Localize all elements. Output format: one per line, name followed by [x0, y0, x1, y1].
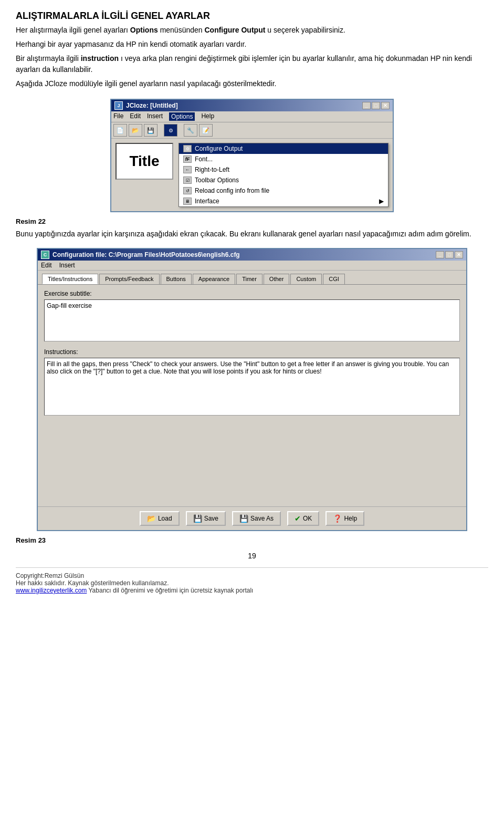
menu-edit[interactable]: Edit: [130, 112, 141, 121]
config-window: C Configuration file: C:\Program Files\H…: [37, 248, 467, 531]
dropdown-font[interactable]: fF Font...: [179, 154, 388, 164]
dropdown-reload-label: Reload config info from file: [195, 187, 269, 194]
intro-text-1b: menüsünden: [158, 26, 205, 34]
config-close-button[interactable]: ✕: [455, 251, 463, 258]
help-label: Help: [344, 515, 357, 522]
dropdown-configure-output[interactable]: ⚙ Configure Output: [179, 143, 388, 154]
config-title: Configuration file: C:\Program Files\Hot…: [52, 251, 240, 258]
tab-other[interactable]: Other: [264, 274, 290, 284]
save-as-label: Save As: [250, 515, 274, 522]
instructions-label: Instructions:: [44, 348, 460, 356]
ok-button[interactable]: ✔ OK: [287, 511, 319, 526]
website-suffix: Yabancı dil öğrenimi ve öğretimi için üc…: [89, 587, 254, 594]
help-icon: ❓: [333, 514, 342, 523]
intro-bold-instruction: instruction: [81, 54, 119, 63]
dropdown-toolbar-options[interactable]: ☑ Toolbar Options: [179, 175, 388, 185]
menu-file[interactable]: File: [113, 112, 123, 121]
exercise-subtitle-label: Exercise subtitle:: [44, 290, 460, 297]
tab-prompts-feedback[interactable]: Prompts/Feedback: [99, 274, 159, 284]
config-titlebar-buttons: _ □ ✕: [436, 251, 463, 258]
ok-label: OK: [303, 515, 312, 522]
menu-help[interactable]: Help: [201, 112, 214, 121]
help-button[interactable]: ❓ Help: [326, 511, 364, 526]
page-main-title: ALIŞTIRMALARLA İLGİLİ GENEL AYARLAR: [16, 11, 488, 22]
tab-custom[interactable]: Custom: [290, 274, 322, 284]
maximize-button[interactable]: □: [372, 102, 380, 109]
load-label: Load: [158, 515, 172, 522]
toolbar-options-icon: ☑: [183, 177, 192, 184]
between-text-2: Bu ekranı kullanarak genel ayarları nası…: [229, 230, 471, 238]
jcloze-title-text: Title: [129, 153, 159, 170]
toolbar-save[interactable]: 💾: [144, 124, 158, 137]
caption-1: Resim 22: [16, 217, 488, 225]
dropdown-rtl-label: Right-to-Left: [195, 166, 229, 173]
instructions-input[interactable]: Fill in all the gaps, then press "Check"…: [44, 358, 460, 416]
tab-cgi[interactable]: CGI: [323, 274, 345, 284]
caption-2: Resim 23: [16, 536, 488, 544]
jcloze-window: J JCloze: [Untitled] _ □ ✕ File Edit Ins…: [110, 99, 394, 212]
dropdown-reload-config[interactable]: ↺ Reload config info from file: [179, 185, 388, 196]
config-menubar: Edit Insert: [38, 261, 466, 271]
font-icon: fF: [183, 155, 192, 163]
website-link[interactable]: www.ingilizceyeterlik.com: [16, 587, 87, 594]
jcloze-app-icon: J: [114, 101, 123, 110]
tab-buttons[interactable]: Buttons: [161, 274, 192, 284]
interface-arrow-icon: ▶: [379, 198, 384, 205]
intro-text-1: Her alıştırmayla ilgili genel ayarları: [16, 26, 130, 34]
save-label: Save: [204, 515, 218, 522]
toolbar-open[interactable]: 📂: [129, 124, 142, 137]
jcloze-title-area: Title: [116, 143, 173, 180]
config-content: Exercise subtitle: Gap-fill exercise Ins…: [38, 284, 466, 506]
jcloze-title: JCloze: [Untitled]: [126, 102, 178, 109]
dropdown-interface-label: Interface: [195, 198, 219, 205]
menu-options[interactable]: Options: [169, 112, 195, 121]
config-menu-insert[interactable]: Insert: [59, 262, 75, 269]
dropdown-font-label: Font...: [195, 155, 213, 163]
dropdown-interface[interactable]: 🖥 Interface ▶: [179, 196, 388, 206]
dropdown-toolbar-label: Toolbar Options: [195, 177, 239, 184]
jcloze-body: Title ⚙ Configure Output fF Font... ← Ri…: [111, 139, 393, 211]
copyright-line-2: Her hakkı saklıdır. Kaynak gösterilmeden…: [16, 579, 488, 587]
config-minimize-button[interactable]: _: [436, 251, 444, 258]
save-as-icon: 💾: [239, 514, 248, 523]
tab-timer[interactable]: Timer: [236, 274, 262, 284]
dropdown-right-to-left[interactable]: ← Right-to-Left: [179, 164, 388, 175]
config-titlebar-left: C Configuration file: C:\Program Files\H…: [41, 251, 240, 259]
jcloze-menubar: File Edit Insert Options Help: [111, 111, 393, 122]
page-number: 19: [16, 552, 488, 560]
toolbar-extra1[interactable]: 🔧: [184, 124, 197, 137]
toolbar-extra2[interactable]: 📝: [199, 124, 213, 137]
separator: [16, 567, 488, 568]
save-button[interactable]: 💾 Save: [186, 511, 226, 526]
minimize-button[interactable]: _: [362, 102, 371, 109]
toolbar-new[interactable]: 📄: [113, 124, 127, 137]
jcloze-titlebar-buttons: _ □ ✕: [362, 102, 390, 109]
reload-icon: ↺: [183, 187, 192, 194]
load-icon: 📂: [147, 514, 156, 523]
between-text-1: Bunu yaptığınızda ayarlar için karşınıza…: [16, 230, 227, 238]
options-dropdown: ⚙ Configure Output fF Font... ← Right-to…: [178, 143, 388, 207]
jcloze-titlebar: J JCloze: [Untitled] _ □ ✕: [111, 100, 393, 111]
intro-para-4: Aşağıda JCloze modülüyle ilgili genel ay…: [16, 78, 488, 89]
intro-para-3: Bir alıştırmayla ilgili instruction ı ve…: [16, 53, 488, 75]
config-menu-edit[interactable]: Edit: [41, 262, 52, 269]
config-titlebar: C Configuration file: C:\Program Files\H…: [38, 249, 466, 261]
configure-output-icon: ⚙: [183, 145, 192, 152]
interface-icon: 🖥: [183, 198, 192, 205]
tab-titles-instructions[interactable]: Titles/Instructions: [42, 274, 98, 284]
config-maximize-button[interactable]: □: [445, 251, 454, 258]
config-tabs: Titles/Instructions Prompts/Feedback But…: [38, 271, 466, 284]
intro-para-1: Her alıştırmayla ilgili genel ayarları O…: [16, 25, 488, 36]
load-button[interactable]: 📂 Load: [140, 511, 180, 526]
intro-text-1c: u seçerek yapabilirsiniz.: [265, 26, 345, 34]
toolbar-config[interactable]: ⚙: [164, 124, 177, 137]
menu-insert[interactable]: Insert: [147, 112, 163, 121]
tab-appearance[interactable]: Appearance: [193, 274, 235, 284]
exercise-subtitle-input[interactable]: Gap-fill exercise: [44, 299, 460, 341]
copyright-section: Copyright:Remzi Gülsün Her hakkı saklıdı…: [16, 572, 488, 594]
intro-bold-configure: Configure Output: [204, 26, 265, 34]
save-as-button[interactable]: 💾 Save As: [232, 511, 281, 526]
save-icon: 💾: [193, 514, 202, 523]
copyright-line-1: Copyright:Remzi Gülsün: [16, 572, 488, 579]
close-button[interactable]: ✕: [381, 102, 390, 109]
